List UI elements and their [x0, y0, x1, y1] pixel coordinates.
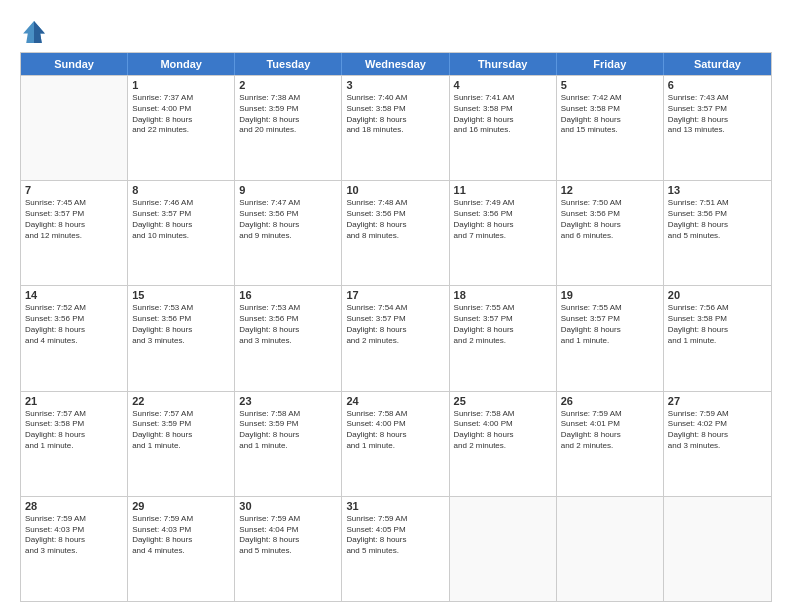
- cell-line: Daylight: 8 hours: [346, 430, 444, 441]
- cell-line: Sunrise: 7:47 AM: [239, 198, 337, 209]
- cell-line: Daylight: 8 hours: [668, 115, 767, 126]
- cell-line: Sunset: 3:57 PM: [668, 104, 767, 115]
- empty-cell-0-0: [21, 76, 128, 180]
- cell-line: Sunrise: 7:59 AM: [346, 514, 444, 525]
- cell-line: Sunset: 3:58 PM: [561, 104, 659, 115]
- cell-line: Sunset: 4:00 PM: [346, 419, 444, 430]
- cell-line: Sunset: 3:56 PM: [239, 314, 337, 325]
- day-cell-12: 12Sunrise: 7:50 AMSunset: 3:56 PMDayligh…: [557, 181, 664, 285]
- weekday-header-thursday: Thursday: [450, 53, 557, 75]
- cell-line: and 20 minutes.: [239, 125, 337, 136]
- cell-line: Daylight: 8 hours: [346, 115, 444, 126]
- day-cell-24: 24Sunrise: 7:58 AMSunset: 4:00 PMDayligh…: [342, 392, 449, 496]
- calendar-body: 1Sunrise: 7:37 AMSunset: 4:00 PMDaylight…: [21, 75, 771, 601]
- cell-line: Sunset: 3:59 PM: [239, 104, 337, 115]
- cell-line: Sunrise: 7:55 AM: [454, 303, 552, 314]
- day-cell-27: 27Sunrise: 7:59 AMSunset: 4:02 PMDayligh…: [664, 392, 771, 496]
- day-cell-26: 26Sunrise: 7:59 AMSunset: 4:01 PMDayligh…: [557, 392, 664, 496]
- day-number: 4: [454, 79, 552, 91]
- cell-line: Sunset: 3:56 PM: [239, 209, 337, 220]
- day-cell-21: 21Sunrise: 7:57 AMSunset: 3:58 PMDayligh…: [21, 392, 128, 496]
- cell-line: and 10 minutes.: [132, 231, 230, 242]
- cell-line: Daylight: 8 hours: [25, 325, 123, 336]
- cell-line: Daylight: 8 hours: [561, 430, 659, 441]
- cell-line: Sunrise: 7:58 AM: [346, 409, 444, 420]
- day-cell-4: 4Sunrise: 7:41 AMSunset: 3:58 PMDaylight…: [450, 76, 557, 180]
- cell-line: Daylight: 8 hours: [561, 325, 659, 336]
- cell-line: Daylight: 8 hours: [132, 535, 230, 546]
- day-number: 18: [454, 289, 552, 301]
- cell-line: and 1 minute.: [561, 336, 659, 347]
- cell-line: Sunset: 3:58 PM: [668, 314, 767, 325]
- cell-line: and 16 minutes.: [454, 125, 552, 136]
- cell-line: Daylight: 8 hours: [346, 325, 444, 336]
- cell-line: Sunset: 4:00 PM: [454, 419, 552, 430]
- cell-line: and 13 minutes.: [668, 125, 767, 136]
- day-number: 6: [668, 79, 767, 91]
- cell-line: and 18 minutes.: [346, 125, 444, 136]
- logo-icon: [20, 18, 48, 46]
- cell-line: Daylight: 8 hours: [25, 220, 123, 231]
- day-number: 23: [239, 395, 337, 407]
- weekday-header-friday: Friday: [557, 53, 664, 75]
- cell-line: Sunset: 4:03 PM: [132, 525, 230, 536]
- cell-line: Sunrise: 7:40 AM: [346, 93, 444, 104]
- day-number: 3: [346, 79, 444, 91]
- cell-line: and 3 minutes.: [668, 441, 767, 452]
- week-row-3: 21Sunrise: 7:57 AMSunset: 3:58 PMDayligh…: [21, 391, 771, 496]
- day-number: 8: [132, 184, 230, 196]
- cell-line: Sunrise: 7:57 AM: [132, 409, 230, 420]
- cell-line: and 22 minutes.: [132, 125, 230, 136]
- cell-line: Daylight: 8 hours: [561, 115, 659, 126]
- cell-line: Sunset: 3:58 PM: [346, 104, 444, 115]
- day-number: 13: [668, 184, 767, 196]
- cell-line: Sunrise: 7:54 AM: [346, 303, 444, 314]
- cell-line: Daylight: 8 hours: [454, 115, 552, 126]
- cell-line: Sunset: 4:00 PM: [132, 104, 230, 115]
- day-cell-16: 16Sunrise: 7:53 AMSunset: 3:56 PMDayligh…: [235, 286, 342, 390]
- day-cell-2: 2Sunrise: 7:38 AMSunset: 3:59 PMDaylight…: [235, 76, 342, 180]
- cell-line: Sunrise: 7:50 AM: [561, 198, 659, 209]
- cell-line: and 3 minutes.: [132, 336, 230, 347]
- cell-line: Daylight: 8 hours: [239, 430, 337, 441]
- day-cell-28: 28Sunrise: 7:59 AMSunset: 4:03 PMDayligh…: [21, 497, 128, 601]
- cell-line: Sunrise: 7:41 AM: [454, 93, 552, 104]
- cell-line: and 1 minute.: [239, 441, 337, 452]
- day-number: 11: [454, 184, 552, 196]
- cell-line: Sunset: 3:57 PM: [25, 209, 123, 220]
- cell-line: and 4 minutes.: [132, 546, 230, 557]
- week-row-1: 7Sunrise: 7:45 AMSunset: 3:57 PMDaylight…: [21, 180, 771, 285]
- cell-line: Sunset: 3:58 PM: [454, 104, 552, 115]
- cell-line: and 15 minutes.: [561, 125, 659, 136]
- cell-line: Daylight: 8 hours: [25, 535, 123, 546]
- day-cell-30: 30Sunrise: 7:59 AMSunset: 4:04 PMDayligh…: [235, 497, 342, 601]
- cell-line: Daylight: 8 hours: [561, 220, 659, 231]
- cell-line: and 2 minutes.: [454, 441, 552, 452]
- day-number: 28: [25, 500, 123, 512]
- day-cell-17: 17Sunrise: 7:54 AMSunset: 3:57 PMDayligh…: [342, 286, 449, 390]
- day-number: 7: [25, 184, 123, 196]
- cell-line: Sunset: 3:56 PM: [346, 209, 444, 220]
- cell-line: Sunset: 4:04 PM: [239, 525, 337, 536]
- day-cell-19: 19Sunrise: 7:55 AMSunset: 3:57 PMDayligh…: [557, 286, 664, 390]
- cell-line: Sunset: 3:56 PM: [454, 209, 552, 220]
- day-cell-8: 8Sunrise: 7:46 AMSunset: 3:57 PMDaylight…: [128, 181, 235, 285]
- cell-line: and 12 minutes.: [25, 231, 123, 242]
- week-row-2: 14Sunrise: 7:52 AMSunset: 3:56 PMDayligh…: [21, 285, 771, 390]
- day-cell-7: 7Sunrise: 7:45 AMSunset: 3:57 PMDaylight…: [21, 181, 128, 285]
- empty-cell-4-4: [450, 497, 557, 601]
- day-number: 31: [346, 500, 444, 512]
- cell-line: Daylight: 8 hours: [668, 325, 767, 336]
- cell-line: Daylight: 8 hours: [132, 220, 230, 231]
- cell-line: Sunset: 4:03 PM: [25, 525, 123, 536]
- cell-line: Daylight: 8 hours: [454, 325, 552, 336]
- weekday-header-sunday: Sunday: [21, 53, 128, 75]
- day-number: 19: [561, 289, 659, 301]
- day-number: 30: [239, 500, 337, 512]
- cell-line: Sunrise: 7:45 AM: [25, 198, 123, 209]
- day-number: 5: [561, 79, 659, 91]
- day-cell-1: 1Sunrise: 7:37 AMSunset: 4:00 PMDaylight…: [128, 76, 235, 180]
- cell-line: Sunset: 3:59 PM: [132, 419, 230, 430]
- day-number: 20: [668, 289, 767, 301]
- cell-line: Sunrise: 7:55 AM: [561, 303, 659, 314]
